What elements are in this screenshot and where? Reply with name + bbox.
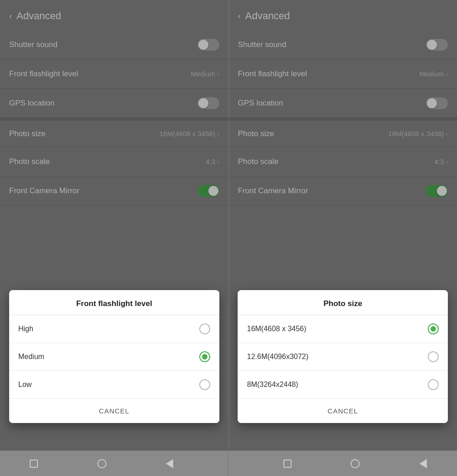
left-option-low[interactable]: Low: [9, 371, 219, 399]
left-circle-icon: [97, 459, 106, 468]
left-option-high[interactable]: High: [9, 315, 219, 343]
left-nav-square-button[interactable]: [25, 455, 43, 473]
right-screen: ‹ Advanced Shutter sound Front flashligh…: [228, 0, 457, 450]
left-nav-back-button[interactable]: [160, 455, 179, 473]
right-dialog-title: Photo size: [238, 290, 448, 315]
right-option-8m-label: 8M(3264x2448): [247, 381, 298, 389]
left-triangle-icon: [166, 459, 173, 468]
right-option-12m-label: 12.6M(4096x3072): [247, 353, 308, 361]
right-square-icon: [283, 460, 292, 468]
left-square-icon: [30, 460, 38, 468]
right-option-12m[interactable]: 12.6M(4096x3072): [238, 343, 448, 371]
left-radio-high[interactable]: [199, 323, 210, 334]
right-nav-back-button[interactable]: [414, 455, 432, 473]
left-dialog: Front flashlight level High Medium Low C…: [9, 290, 219, 423]
right-triangle-icon: [420, 459, 427, 468]
left-radio-medium[interactable]: [199, 351, 210, 362]
left-option-low-label: Low: [18, 381, 32, 389]
left-option-medium-label: Medium: [18, 353, 44, 361]
left-nav-home-button[interactable]: [93, 455, 111, 473]
left-overlay[interactable]: Front flashlight level High Medium Low C…: [0, 0, 228, 450]
right-dialog: Photo size 16M(4608 x 3456) 12.6M(4096x3…: [238, 290, 448, 423]
right-overlay[interactable]: Photo size 16M(4608 x 3456) 12.6M(4096x3…: [229, 0, 457, 450]
right-nav-square-button[interactable]: [278, 455, 297, 473]
left-cancel-button[interactable]: CANCEL: [9, 399, 219, 423]
right-radio-16m[interactable]: [428, 323, 439, 334]
right-option-8m[interactable]: 8M(3264x2448): [238, 371, 448, 399]
left-dialog-title: Front flashlight level: [9, 290, 219, 315]
right-radio-8m[interactable]: [428, 379, 439, 390]
left-option-medium[interactable]: Medium: [9, 343, 219, 371]
nav-divider: [228, 451, 228, 476]
right-option-16m[interactable]: 16M(4608 x 3456): [238, 315, 448, 343]
bottom-nav-bar: [0, 450, 457, 476]
right-nav-home-button[interactable]: [346, 455, 364, 473]
right-circle-icon: [351, 459, 360, 468]
left-radio-low[interactable]: [199, 379, 210, 390]
right-cancel-button[interactable]: CANCEL: [238, 399, 448, 423]
right-radio-12m[interactable]: [428, 351, 439, 362]
left-screen: ‹ Advanced Shutter sound Front flashligh…: [0, 0, 228, 450]
right-option-16m-label: 16M(4608 x 3456): [247, 325, 306, 333]
left-option-high-label: High: [18, 325, 33, 333]
